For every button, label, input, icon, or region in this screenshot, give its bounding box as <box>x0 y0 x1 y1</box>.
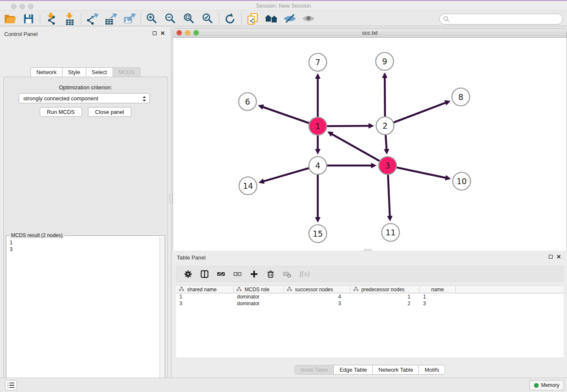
node-3[interactable]: 3 <box>379 157 396 174</box>
edge-3-1[interactable] <box>328 132 388 166</box>
table-body: 1dominator4113dominator323 <box>176 293 564 307</box>
mcds-result-scrollbar[interactable] <box>159 237 164 392</box>
table-header-row: shared nameMCDS rolesuccessor nodesprede… <box>176 285 564 293</box>
optimization-criterion-dropdown[interactable]: strongly connected component <box>19 93 150 103</box>
svg-text:2: 2 <box>383 121 388 130</box>
open-file-icon[interactable] <box>3 13 17 25</box>
tab-style[interactable]: Style <box>62 67 86 77</box>
table-row[interactable]: 3dominator323 <box>176 300 564 307</box>
table-tabs: Node TableEdge TableNetwork TableMotifs <box>173 365 567 375</box>
window-traffic-lights[interactable] <box>11 4 33 9</box>
network-minimize-icon[interactable]: − <box>185 30 190 36</box>
delete-table-icon[interactable] <box>283 269 291 279</box>
hide-selected-icon[interactable] <box>283 13 297 25</box>
column-header-MCDS-role[interactable]: MCDS role <box>234 286 284 293</box>
mcds-result-box: MCDS result (2 nodes) 13 <box>6 235 165 392</box>
toolbar-separator <box>140 14 141 25</box>
select-all-checkbox-icon[interactable] <box>217 269 225 279</box>
mcds-result-value: 3 <box>10 246 156 253</box>
deselect-all-checkbox-icon[interactable] <box>234 269 242 279</box>
control-panel: Control Panel ✕ NetworkStyleSelectMCDS O… <box>0 26 171 378</box>
svg-text:3: 3 <box>385 161 390 170</box>
table-tab-edge-table[interactable]: Edge Table <box>333 365 373 375</box>
dropdown-stepper-icon <box>142 96 147 102</box>
clone-network-icon[interactable] <box>246 13 259 25</box>
table-cell: dominator <box>234 301 284 306</box>
table-cell: 3 <box>176 301 234 306</box>
gear-icon[interactable] <box>184 269 192 279</box>
network-window-titlebar[interactable]: ✕ − + scc.txt <box>173 28 567 38</box>
table-tab-network-table[interactable]: Network Table <box>372 365 419 375</box>
svg-text:4: 4 <box>315 161 320 170</box>
import-network-icon[interactable] <box>44 13 58 25</box>
memory-button[interactable]: Memory <box>529 380 564 390</box>
node-15[interactable]: 15 <box>309 225 327 243</box>
tab-select[interactable]: Select <box>86 67 113 77</box>
edge-1-6[interactable] <box>258 105 318 126</box>
save-session-icon[interactable] <box>22 13 36 25</box>
export-network-icon[interactable] <box>85 13 99 25</box>
memory-label: Memory <box>541 382 559 388</box>
refresh-layout-icon[interactable] <box>223 13 237 25</box>
close-panel-button[interactable]: Close panel <box>88 107 132 117</box>
node-9[interactable]: 9 <box>376 52 394 70</box>
node-2[interactable]: 2 <box>376 117 394 135</box>
shared-column-icon <box>287 287 292 293</box>
export-table-icon[interactable] <box>104 13 118 25</box>
node-10[interactable]: 10 <box>453 172 471 190</box>
close-table-panel-icon[interactable]: ✕ <box>556 255 561 259</box>
table-cell: 1 <box>350 294 420 300</box>
show-all-icon[interactable] <box>302 13 315 25</box>
edge-3-10[interactable] <box>388 166 451 180</box>
float-table-panel-icon[interactable] <box>549 255 553 259</box>
minimize-window-icon[interactable] <box>19 4 25 9</box>
zoom-fit-icon[interactable] <box>182 13 196 25</box>
node-4[interactable]: 4 <box>309 157 327 174</box>
node-14[interactable]: 14 <box>239 177 257 195</box>
column-header-label: MCDS role <box>245 287 270 293</box>
node-7[interactable]: 7 <box>309 53 327 71</box>
table-tab-motifs[interactable]: Motifs <box>418 365 445 375</box>
table-row[interactable]: 1dominator411 <box>176 293 564 300</box>
node-6[interactable]: 6 <box>239 93 256 110</box>
table-panel: Table Panel ✕ f(x) shared nameMCDS roles… <box>173 251 567 377</box>
network-maximize-icon[interactable]: + <box>193 30 199 36</box>
tab-mcds[interactable]: MCDS <box>113 67 140 77</box>
column-header-name[interactable]: name <box>420 286 456 293</box>
run-mcds-button[interactable]: Run MCDS <box>40 107 82 117</box>
svg-text:9: 9 <box>382 57 387 66</box>
table-cell: 3 <box>284 301 350 306</box>
add-column-icon[interactable] <box>250 269 258 279</box>
network-close-icon[interactable]: ✕ <box>176 30 182 36</box>
close-window-icon[interactable] <box>11 4 17 9</box>
column-header-successor-nodes[interactable]: successor nodes <box>284 286 350 293</box>
splitter-handle[interactable] <box>169 194 173 203</box>
columns-icon[interactable] <box>201 269 209 279</box>
close-panel-icon[interactable]: ✕ <box>160 31 165 35</box>
export-image-icon[interactable] <box>123 13 136 25</box>
edge-2-8[interactable] <box>385 100 451 126</box>
maximize-window-icon[interactable] <box>28 4 33 9</box>
column-header-shared-name[interactable]: shared name <box>176 286 234 293</box>
mcds-result-value: 1 <box>10 239 156 246</box>
search-input[interactable] <box>439 14 563 25</box>
delete-column-icon[interactable] <box>267 269 275 279</box>
table-tab-node-table[interactable]: Node Table <box>295 365 334 375</box>
zoom-out-icon[interactable] <box>164 13 177 25</box>
zoom-selected-icon[interactable] <box>201 13 215 25</box>
task-history-button[interactable] <box>5 380 17 390</box>
node-1[interactable]: 1 <box>309 117 327 135</box>
node-8[interactable]: 8 <box>452 88 470 106</box>
network-canvas[interactable]: 7968124314101511 <box>173 38 567 251</box>
tab-network[interactable]: Network <box>30 67 63 77</box>
home-view-icon[interactable] <box>264 13 278 25</box>
import-table-icon[interactable] <box>63 13 77 25</box>
table-cell: 3 <box>420 301 456 306</box>
float-panel-icon[interactable] <box>153 31 157 35</box>
node-11[interactable]: 11 <box>382 224 399 241</box>
svg-text:1: 1 <box>315 121 320 131</box>
toolbar-separator <box>241 14 242 25</box>
column-header-predecessor-nodes[interactable]: predecessor nodes <box>350 286 420 293</box>
zoom-in-icon[interactable] <box>145 13 159 25</box>
function-builder-icon[interactable]: f(x) <box>300 269 310 279</box>
